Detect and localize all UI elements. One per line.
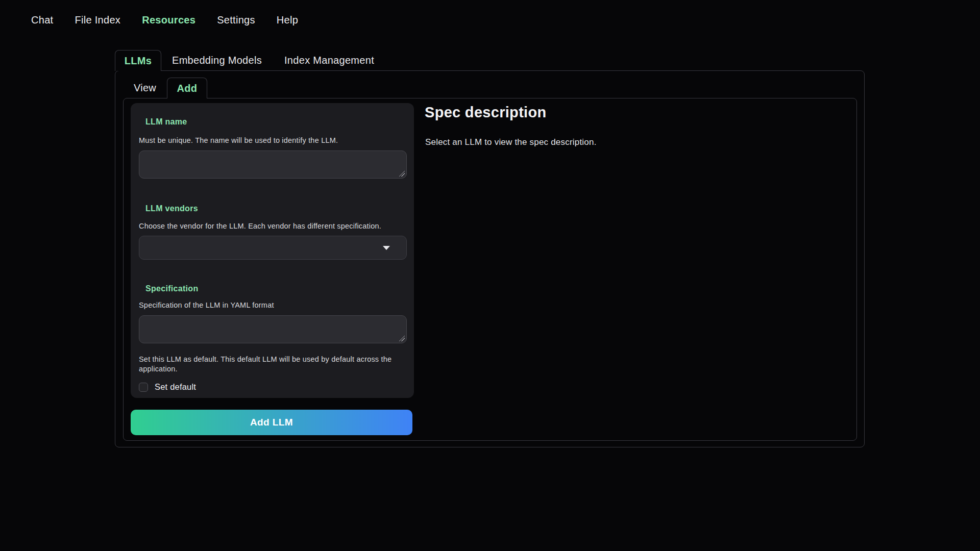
add-llm-form: LLM name Must be unique. The name will b… [131,103,414,398]
llm-name-info: Must be unique. The name will be used to… [139,136,407,145]
subtab-add[interactable]: Add [167,78,207,98]
spec-description-title: Spec description [425,104,546,121]
set-default-row: Set default [139,382,407,392]
specification-label: Specification [145,283,407,294]
top-navigation: Chat File Index Resources Settings Help [31,14,298,26]
set-default-label: Set default [155,382,196,392]
nav-item-file-index[interactable]: File Index [75,14,120,26]
llm-vendors-info: Choose the vendor for the LLM. Each vend… [139,221,407,231]
add-llm-button[interactable]: Add LLM [131,410,412,435]
nav-item-chat[interactable]: Chat [31,14,53,26]
llm-name-input[interactable] [139,151,407,179]
resize-handle-icon[interactable] [399,171,405,177]
llm-vendors-label: LLM vendors [145,203,407,214]
subtab-view[interactable]: View [127,78,163,98]
tab-llms[interactable]: LLMs [115,50,161,71]
set-default-checkbox[interactable] [139,383,148,392]
resize-handle-icon[interactable] [399,336,405,341]
llm-name-label: LLM name [145,116,407,128]
nav-item-resources[interactable]: Resources [142,14,195,26]
specification-info: Specification of the LLM in YAML format [139,300,407,310]
chevron-down-icon [383,246,390,250]
specification-input[interactable] [139,315,407,343]
set-default-info: Set this LLM as default. This default LL… [139,355,407,374]
spec-description-empty-message: Select an LLM to view the spec descripti… [425,137,597,147]
nav-item-help[interactable]: Help [277,14,298,26]
tab-index-management[interactable]: Index Management [284,50,374,71]
llm-vendors-dropdown[interactable] [139,236,407,260]
tab-embedding-models[interactable]: Embedding Models [172,50,262,71]
nav-item-settings[interactable]: Settings [217,14,255,26]
